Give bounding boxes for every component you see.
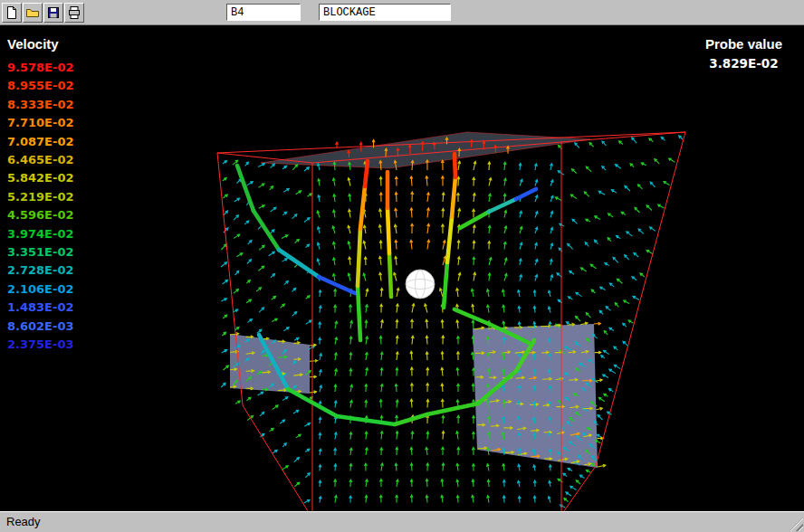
legend-entry: 8.955E-02 [7,77,74,95]
toolbar [0,0,804,25]
probe-value: 3.829E-02 [705,56,782,71]
legend-entry: 9.578E-02 [7,59,74,77]
print-button[interactable] [64,3,84,23]
legend-entry: 8.333E-02 [7,96,74,114]
legend-entry: 3.351E-02 [7,243,74,261]
probe-label: Probe value [705,36,782,52]
save-button[interactable] [43,3,63,23]
wall-vector-field [221,136,683,508]
new-document-icon [5,5,19,20]
legend-title: Velocity [7,36,74,52]
viewport-3d-scene[interactable] [0,25,804,511]
printer-icon [67,5,81,20]
viewport: Velocity 9.578E-028.955E-028.333E-027.71… [0,25,804,511]
probe-sphere [406,270,435,299]
object-name-field[interactable] [226,4,301,21]
status-bar: Ready [0,511,804,532]
legend-entry: 2.375E-03 [7,336,74,354]
probe-readout: Probe value 3.829E-02 [705,36,782,71]
application-window: Velocity 9.578E-028.955E-028.333E-027.71… [0,0,804,532]
object-type-field[interactable] [319,4,451,21]
velocity-legend: Velocity 9.578E-028.955E-028.333E-027.71… [7,36,74,355]
save-floppy-icon [46,5,61,20]
legend-entry: 8.602E-03 [7,318,74,336]
legend-entry: 3.974E-02 [7,225,74,243]
resize-grip-icon[interactable] [790,518,803,531]
legend-entry: 4.596E-02 [7,206,74,224]
open-button[interactable] [23,3,43,23]
legend-entry: 7.710E-02 [7,114,74,132]
legend-entry: 2.728E-02 [7,261,74,280]
legend-entries: 9.578E-028.955E-028.333E-027.710E-027.08… [7,59,74,355]
legend-entry: 2.106E-02 [7,280,74,299]
legend-entry: 5.842E-02 [7,169,74,187]
new-button[interactable] [2,3,22,23]
legend-entry: 1.483E-02 [7,299,74,317]
legend-entry: 5.219E-02 [7,188,74,206]
open-folder-icon [25,5,40,20]
status-text: Ready [6,515,41,528]
legend-entry: 7.087E-02 [7,133,74,151]
legend-entry: 6.465E-02 [7,151,74,169]
